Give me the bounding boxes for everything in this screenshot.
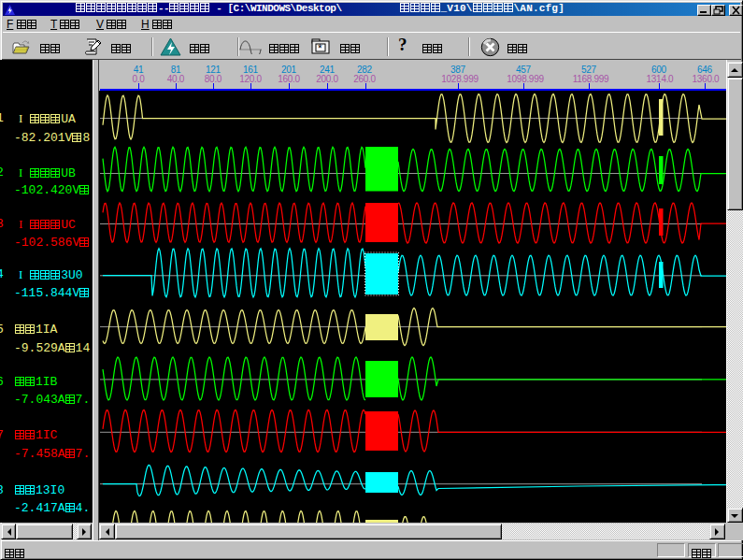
svg-text:*: * [318,42,322,54]
